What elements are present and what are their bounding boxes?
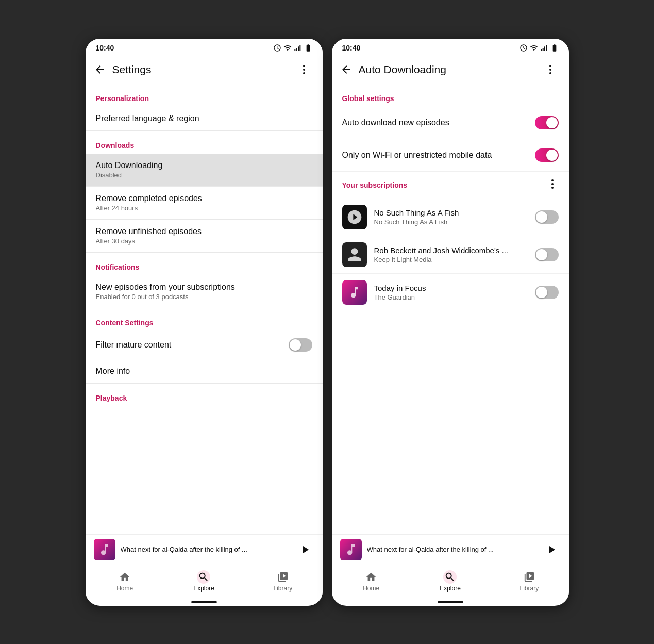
auto-download-toggle[interactable] — [535, 116, 559, 129]
back-button-left[interactable] — [90, 59, 110, 80]
nav-explore-right[interactable]: Explore — [411, 568, 490, 594]
nav-home-left[interactable]: Home — [86, 568, 164, 594]
settings-content: Personalization Preferred language & reg… — [86, 84, 323, 534]
section-content-settings: Content Settings — [86, 308, 323, 331]
sub-thumb-today — [342, 280, 367, 305]
status-icons-right — [519, 44, 559, 52]
status-time-left: 10:40 — [96, 44, 114, 52]
nav-library-left[interactable]: Library — [243, 568, 322, 594]
nav-library-label-left: Library — [273, 585, 292, 592]
nav-explore-label-left: Explore — [193, 585, 214, 592]
svg-point-15 — [551, 183, 554, 185]
settings-item-filter[interactable]: Filter mature content — [86, 331, 323, 359]
player-play-left[interactable] — [296, 540, 314, 559]
svg-point-13 — [549, 72, 551, 74]
player-thumb-right — [340, 539, 362, 560]
more-button-right[interactable] — [540, 59, 561, 80]
sub-info-fish: No Such Thing As A Fish No Such Thing As… — [374, 208, 528, 226]
back-button-right[interactable] — [336, 59, 357, 80]
top-bar-left: Settings — [86, 55, 323, 84]
global-setting-auto-download[interactable]: Auto download new episodes — [332, 107, 569, 139]
subscription-rob: Rob Beckett and Josh Widdicombe's ... Ke… — [332, 236, 569, 274]
player-thumb-icon-right — [344, 542, 358, 557]
wifi-icon-right — [530, 44, 538, 52]
today-toggle[interactable] — [535, 286, 559, 299]
section-notifications: Notifications — [86, 253, 323, 275]
player-thumb-left — [94, 539, 115, 560]
svg-rect-8 — [542, 48, 543, 51]
today-thumb-icon — [347, 285, 362, 300]
section-downloads: Downloads — [86, 131, 323, 154]
svg-point-16 — [551, 187, 554, 189]
library-icon-right — [523, 570, 536, 584]
subscription-fish: No Such Thing As A Fish No Such Thing As… — [332, 199, 569, 236]
settings-item-language[interactable]: Preferred language & region — [86, 107, 323, 130]
filter-toggle[interactable] — [289, 338, 312, 352]
subscription-today: Today in Focus The Guardian — [332, 274, 569, 311]
settings-item-remove-completed[interactable]: Remove completed episodes After 24 hours — [86, 187, 323, 219]
home-svg-right — [365, 571, 377, 583]
explore-icon-left — [197, 570, 210, 584]
svg-rect-7 — [541, 49, 542, 51]
nav-home-label-right: Home — [363, 585, 379, 592]
alarm-icon-right — [519, 44, 528, 52]
page-title-right: Auto Downloading — [359, 63, 540, 76]
fish-thumb-icon — [346, 209, 363, 225]
player-title-left: What next for al-Qaida after the killing… — [121, 546, 291, 553]
nav-library-label-right: Library — [519, 585, 539, 592]
settings-item-notifications[interactable]: New episodes from your subscriptions Ena… — [86, 275, 323, 308]
sub-info-today: Today in Focus The Guardian — [374, 284, 528, 301]
library-svg-right — [524, 571, 535, 583]
svg-point-11 — [549, 65, 551, 67]
global-setting-wifi[interactable]: Only on Wi-Fi or unrestricted mobile dat… — [332, 139, 569, 172]
rob-toggle[interactable] — [535, 248, 559, 261]
rob-thumb-icon — [346, 246, 363, 263]
right-phone: 10:40 Auto Downloading Global settings A… — [332, 39, 569, 606]
subscriptions-more-btn[interactable] — [546, 178, 559, 192]
settings-item-remove-unfinished[interactable]: Remove unfinished episodes After 30 days — [86, 220, 323, 252]
page-title-left: Settings — [112, 63, 294, 76]
explore-icon-right — [443, 570, 457, 584]
auto-download-content: Global settings Auto download new episod… — [332, 84, 569, 534]
player-play-right[interactable] — [542, 540, 561, 559]
wifi-toggle[interactable] — [535, 148, 559, 162]
nav-explore-label-right: Explore — [440, 585, 461, 592]
more-button-left[interactable] — [294, 59, 314, 80]
fish-toggle[interactable] — [535, 210, 559, 224]
settings-item-auto-downloading[interactable]: Auto Downloading Disabled — [86, 154, 323, 186]
top-bar-right: Auto Downloading — [332, 55, 569, 84]
explore-svg-right — [444, 571, 456, 583]
status-bar-left: 10:40 — [86, 39, 323, 55]
nav-explore-left[interactable]: Explore — [164, 568, 243, 594]
battery-icon — [304, 44, 312, 52]
svg-rect-2 — [298, 46, 299, 51]
player-bar-right: What next for al-Qaida after the killing… — [332, 534, 569, 565]
bottom-nav-right: Home Explore Library — [332, 565, 569, 599]
svg-rect-9 — [544, 46, 545, 51]
settings-item-more-info[interactable]: More info — [86, 359, 323, 383]
battery-icon-right — [550, 44, 559, 52]
nav-library-right[interactable]: Library — [490, 568, 568, 594]
sub-info-rob: Rob Beckett and Josh Widdicombe's ... Ke… — [374, 246, 528, 263]
section-global: Global settings — [332, 84, 569, 107]
alarm-icon — [273, 44, 281, 52]
subscriptions-header: Your subscriptions — [332, 172, 569, 199]
status-icons-left — [273, 44, 312, 52]
svg-point-4 — [303, 65, 305, 67]
svg-rect-3 — [299, 45, 300, 51]
section-personalization: Personalization — [86, 84, 323, 107]
svg-point-14 — [551, 179, 554, 181]
svg-rect-0 — [294, 49, 295, 51]
wifi-icon — [283, 44, 292, 52]
status-bar-right: 10:40 — [332, 39, 569, 55]
sub-thumb-rob — [342, 242, 367, 267]
svg-point-12 — [549, 69, 551, 71]
signal-icon — [294, 44, 302, 52]
signal-icon-right — [540, 44, 548, 52]
svg-rect-1 — [296, 48, 297, 51]
nav-home-right[interactable]: Home — [332, 568, 411, 594]
home-icon-left — [118, 570, 131, 584]
section-playback: Playback — [86, 384, 323, 406]
sub-thumb-fish — [342, 205, 367, 229]
player-info-left: What next for al-Qaida after the killing… — [121, 546, 291, 553]
